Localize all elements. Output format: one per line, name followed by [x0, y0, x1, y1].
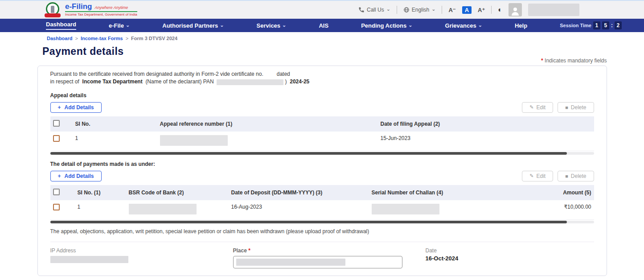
payments-col-deposit-date: Date of Deposit (DD-MMM-YYYY) (3): [229, 185, 369, 200]
ip-address-label: IP Address: [50, 247, 233, 254]
date-value: 16-Oct-2024: [426, 255, 459, 262]
india-emblem-icon: [45, 2, 61, 17]
payments-col-slno: SI No. (1): [75, 185, 126, 200]
breadcrumb: Dashboard > Income-tax Forms > Form 3 DT…: [47, 36, 644, 41]
payments-add-details-button[interactable]: + Add Details: [50, 171, 102, 181]
session-digit: 2: [615, 21, 622, 29]
redacted-ip-address: [50, 256, 128, 263]
date-label: Date: [426, 247, 459, 254]
payments-table-row: 1 16-Aug-2023 ₹10,000.00: [50, 200, 594, 220]
appeal-edit-button[interactable]: ✎ Edit: [522, 102, 553, 113]
appeal-details-table: SI No. Appeal reference number (1) Date …: [50, 116, 594, 151]
payments-delete-button[interactable]: ■ Delete: [558, 171, 594, 181]
nav-services[interactable]: Services: [257, 22, 287, 29]
breadcrumb-separator: >: [75, 36, 78, 41]
payments-select-all-checkbox[interactable]: [53, 189, 60, 195]
chevron-down-icon: [478, 22, 482, 29]
chevron-down-icon: [126, 22, 130, 29]
payments-table: SI No. (1) BSR Code of Bank (2) Date of …: [50, 185, 594, 220]
chevron-down-icon: [386, 7, 390, 13]
trash-icon: ■: [565, 173, 568, 179]
nav-grievances[interactable]: Grievances: [445, 22, 482, 29]
payments-table-scrollbar: [50, 221, 594, 223]
nav-help[interactable]: Help: [515, 22, 527, 29]
language-menu[interactable]: English: [403, 7, 436, 13]
appeal-col-slno: SI No.: [73, 116, 157, 132]
divider: [397, 6, 397, 14]
scrollbar-thumb[interactable]: [50, 221, 567, 223]
pencil-icon: ✎: [529, 173, 533, 179]
appeal-row-slno: 1: [73, 132, 157, 151]
payments-table-header-row: SI No. (1) BSR Code of Bank (2) Date of …: [50, 185, 594, 200]
withdrawal-note: The appeal, objections, application, wri…: [50, 228, 376, 235]
top-header: e-Filing Anywhere Anytime Income Tax Dep…: [0, 0, 644, 19]
redacted-challan-number: [372, 204, 439, 214]
asterisk: *: [248, 247, 250, 254]
form-card: Pursuant to the certificate received fro…: [37, 66, 607, 276]
language-label: English: [412, 7, 429, 13]
appeal-col-reference: Appeal reference number (1): [157, 116, 378, 132]
appeal-table-scrollbar: [50, 152, 594, 155]
call-us-menu[interactable]: Call Us: [358, 7, 390, 13]
breadcrumb-income-tax-forms[interactable]: Income-tax Forms: [81, 36, 123, 41]
appeal-select-all-checkbox[interactable]: [53, 120, 60, 127]
payments-col-bsr: BSR Code of Bank (2): [126, 185, 229, 200]
font-increase-button[interactable]: A⁺: [478, 7, 485, 13]
chevron-down-icon: [431, 7, 435, 13]
redacted-bsr-code: [129, 204, 197, 214]
nav-pending-actions[interactable]: Pending Actions: [361, 22, 412, 29]
payments-row-deposit-date: 16-Aug-2023: [229, 200, 369, 220]
breadcrumb-separator: >: [126, 36, 128, 41]
plus-icon: +: [58, 173, 61, 179]
breadcrumb-current: Form 3 DTVSV 2024: [131, 36, 177, 41]
redacted-pan: [217, 79, 283, 85]
call-us-label: Call Us: [367, 7, 384, 13]
session-digit: 5: [602, 21, 609, 29]
appeal-delete-button[interactable]: ■ Delete: [558, 102, 594, 113]
font-default-button[interactable]: A: [462, 6, 472, 14]
user-avatar[interactable]: [509, 3, 522, 16]
nav-e-file[interactable]: e-File: [109, 22, 130, 29]
session-time-label: Session Time: [560, 23, 591, 28]
mandatory-note: * Indicates mandatory fields: [37, 58, 607, 65]
place-input[interactable]: [233, 256, 402, 268]
appeal-table-row: 1 15-Jun-2023: [50, 132, 594, 151]
contrast-toggle-icon[interactable]: ◐: [498, 6, 502, 14]
page-title: Payment details: [42, 45, 644, 58]
payments-row-amount: ₹10,000.00: [541, 200, 594, 220]
chevron-down-icon: [408, 22, 412, 29]
trash-icon: ■: [565, 105, 568, 110]
main-nav: Dashboard e-File Authorised Partners Ser…: [0, 19, 644, 32]
person-icon: [510, 6, 521, 16]
certificate-text: Pursuant to the certificate received fro…: [50, 70, 594, 86]
redacted-place-value: [236, 259, 345, 266]
appeal-add-details-button[interactable]: + Add Details: [50, 102, 102, 113]
font-decrease-button[interactable]: A⁻: [448, 7, 455, 13]
payments-row-slno: 1: [75, 200, 126, 220]
breadcrumb-dashboard[interactable]: Dashboard: [47, 36, 72, 41]
nav-authorised-partners[interactable]: Authorised Partners: [162, 22, 224, 29]
assessment-year: 2024-25: [290, 78, 309, 85]
appeal-row-filing-date: 15-Jun-2023: [378, 132, 594, 151]
globe-icon: [403, 7, 410, 13]
payments-row-checkbox[interactable]: [53, 204, 60, 210]
nav-dashboard[interactable]: Dashboard: [46, 21, 76, 30]
session-timer: Session Time 1 5 : 2: [560, 21, 622, 29]
brand-subtitle: Income Tax Department, Government of Ind…: [65, 13, 137, 16]
scrollbar-thumb[interactable]: [50, 152, 567, 155]
place-label: Place: [233, 247, 247, 254]
divider: [442, 6, 442, 14]
appeal-table-header-row: SI No. Appeal reference number (1) Date …: [50, 116, 594, 132]
brand-tagline: Anywhere Anytime: [94, 6, 128, 10]
redacted-user-name: [528, 4, 579, 16]
efiling-logo[interactable]: e-Filing Anywhere Anytime Income Tax Dep…: [45, 2, 137, 17]
appeal-row-checkbox[interactable]: [53, 135, 60, 142]
divider: [491, 6, 492, 14]
nav-ais[interactable]: AIS: [319, 22, 328, 29]
redacted-appeal-reference: [160, 135, 228, 146]
chevron-down-icon: [282, 22, 286, 29]
payments-edit-button[interactable]: ✎ Edit: [522, 171, 553, 181]
plus-icon: +: [58, 104, 61, 111]
payments-col-amount: Amount (5): [541, 185, 594, 200]
chevron-down-icon: [220, 22, 224, 29]
